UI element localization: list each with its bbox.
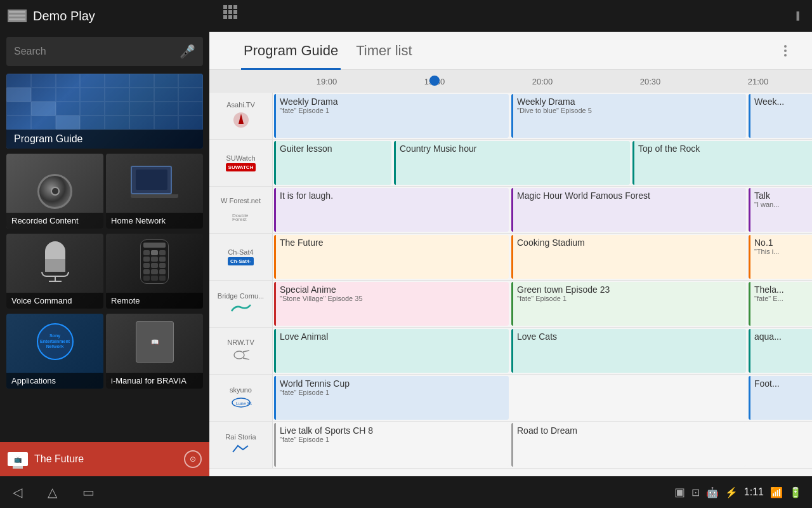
program-bridge-2[interactable]: Green town Episode 23 "fate" Episode 1 (511, 282, 746, 326)
remote-tile[interactable]: Remote (106, 234, 203, 309)
pg-tile-grid (6, 74, 203, 130)
search-input[interactable] (14, 46, 180, 57)
asahi-logo (232, 111, 250, 131)
recents-button[interactable]: ▭ (70, 479, 107, 505)
home-button[interactable]: △ (35, 479, 70, 505)
tab-program-guide[interactable]: Program Guide (241, 32, 341, 70)
raistoria-logo (230, 443, 252, 457)
recorded-content-label: Recorded Content (6, 213, 103, 229)
recorded-content-tile[interactable]: Recorded Content (6, 154, 103, 229)
search-bar: 🎤 (6, 37, 203, 66)
timeline-bar: 19:00 19:30 20:00 20:30 21:00 (209, 70, 812, 93)
timeline-2000: 20:00 (488, 77, 596, 86)
svg-line-6 (243, 358, 249, 359)
sidebar: 🎤 Program Guide (0, 32, 209, 476)
channel-asahi: Asahi.TV (209, 93, 273, 139)
media-player-icon: ▣ (674, 485, 685, 499)
imanual-tile[interactable]: 📖 i-Manual for BRAVIA (106, 314, 203, 389)
voice-command-tile[interactable]: Voice Command (6, 234, 103, 309)
tab-timer-list[interactable]: Timer list (353, 32, 414, 70)
epg-row-wforest: W Forest.net Double Forest It is for lau… (209, 187, 812, 234)
program-asahi-1[interactable]: Weekly Drama "fate" Episode 1 (274, 94, 509, 138)
epg-row-nrw: NRW.TV Love Animal Love Cats (209, 328, 812, 375)
program-bridge-3[interactable]: Thela... "fate" E... (749, 282, 812, 326)
mic-icon[interactable]: 🎤 (180, 44, 195, 59)
more-options-icon[interactable] (782, 43, 789, 59)
epg-grid: Asahi.TV Weekly Drama "fate" Episode 1 (209, 93, 812, 476)
program-asahi-3[interactable]: Week... (749, 94, 812, 138)
program-wforest-2[interactable]: Magic Hour World Famous Forest (511, 188, 746, 232)
usb-icon: ⚡ (725, 486, 738, 498)
svg-text:Lune Star: Lune Star (236, 401, 252, 406)
channel-chsat4: Ch-Sat4 Ch-Sat4- (209, 234, 273, 280)
program-asahi-2[interactable]: Weekly Drama "Dive to blue" Episode 5 (511, 94, 746, 138)
time-display: 1:11 (744, 486, 764, 498)
small-tiles-row1: Recorded Content Home Network (6, 154, 203, 229)
program-nrw-2[interactable]: Love Cats (511, 329, 746, 373)
program-chsat4-1[interactable]: The Future (274, 235, 509, 279)
home-network-label: Home Network (106, 213, 203, 229)
now-playing-tv-icon: 📺 (8, 452, 28, 466)
epg-row-suwatch: SUWatch SUWATCH Guiter lesson Country Mu… (209, 140, 812, 187)
nrw-logo (232, 349, 251, 364)
program-wforest-1[interactable]: It is for laugh. (274, 188, 509, 232)
timeline-2100: 21:00 (704, 77, 812, 86)
programs-asahi: Weekly Drama "fate" Episode 1 Weekly Dra… (273, 93, 812, 139)
now-playing-bar: 📺 The Future ⊙ (0, 442, 209, 476)
svg-text:Forest: Forest (232, 217, 247, 221)
program-chsat4-3[interactable]: No.1 "This i... (749, 235, 812, 279)
program-wforest-3[interactable]: Talk "I wan... (749, 188, 812, 232)
program-nrw-1[interactable]: Love Animal (274, 329, 509, 373)
channel-nrw: NRW.TV (209, 328, 273, 374)
programs-bridge: Special Anime "Stone Village" Episode 35… (273, 281, 812, 327)
program-raistoria-1[interactable]: Live talk of Sports CH 8 "fate" Episode … (274, 423, 509, 467)
small-tiles-row3: SonyEntertainmentNetwork Applications 📖 … (6, 314, 203, 389)
bottom-navigation-bar: ◁ △ ▭ ▣ ⊡ 🤖 ⚡ 1:11 📶 🔋 (0, 476, 812, 508)
epg-row-asahi: Asahi.TV Weekly Drama "fate" Episode 1 (209, 93, 812, 140)
program-suwatch-1[interactable]: Guiter lesson (274, 141, 391, 185)
channel-bridge: Bridge Comu... (209, 281, 273, 327)
epg-row-skyuno: skyuno Lune Star World Tennis Cup "fate"… (209, 375, 812, 422)
app-header: Demo Play ▐ (0, 0, 812, 32)
applications-tile[interactable]: SonyEntertainmentNetwork Applications (6, 314, 103, 389)
program-chsat4-2[interactable]: Cooking Stadium (511, 235, 746, 279)
program-bridge-1[interactable]: Special Anime "Stone Village" Episode 35 (274, 282, 509, 326)
chsat4-logo: Ch-Sat4- (228, 257, 254, 265)
program-suwatch-2[interactable]: Country Music hour (394, 141, 630, 185)
home-network-tile[interactable]: Home Network (106, 154, 203, 229)
voice-command-label: Voice Command (6, 293, 103, 309)
signal-indicator: ▐ (794, 11, 799, 20)
right-panel: Program Guide Timer list 19:00 19:30 (209, 32, 812, 476)
program-suwatch-3[interactable]: Top of the Rock (632, 141, 812, 185)
wifi-icon: 📶 (770, 486, 783, 498)
imanual-label: i-Manual for BRAVIA (106, 373, 203, 389)
program-skyuno-1[interactable]: World Tennis Cup "fate" Episode 1 (274, 376, 509, 420)
battery-icon: 🔋 (789, 486, 802, 498)
skyuno-logo: Lune Star (230, 396, 252, 410)
wforest-logo: Double Forest (231, 207, 251, 224)
program-skyuno-2[interactable]: Foot... (749, 376, 812, 420)
app-title: Demo Play (33, 9, 794, 23)
programs-raistoria: Live talk of Sports CH 8 "fate" Episode … (273, 422, 812, 468)
svg-line-5 (243, 351, 249, 352)
cast-icon[interactable]: ⊙ (184, 450, 202, 468)
tabs-header: Program Guide Timer list (209, 32, 812, 70)
epg-row-raistoria: Rai Storia Live talk of Sports CH 8 "fat… (209, 422, 812, 469)
channel-skyuno: skyuno Lune Star (209, 375, 273, 421)
program-raistoria-2[interactable]: Road to Dream (511, 423, 746, 467)
pg-tile-label: Program Guide (6, 130, 203, 149)
programs-wforest: It is for laugh. Magic Hour World Famous… (273, 187, 812, 233)
program-guide-tile[interactable]: Program Guide (6, 74, 203, 149)
small-tiles-row2: Voice Command (6, 234, 203, 309)
back-button[interactable]: ◁ (0, 479, 35, 505)
now-playing-title: The Future (34, 453, 178, 465)
timeline-1930: 19:30 (381, 77, 488, 86)
svg-point-4 (234, 351, 244, 359)
suwatch-logo: SUWATCH (226, 163, 256, 171)
applications-label: Applications (6, 373, 103, 389)
header-right-icons (782, 43, 799, 59)
cast-status-icon: ⊡ (691, 486, 700, 498)
program-nrw-3[interactable]: aqua... (749, 329, 812, 373)
programs-chsat4: The Future Cooking Stadium No.1 "This i.… (273, 234, 812, 280)
epg-row-chsat4: Ch-Sat4 Ch-Sat4- The Future Cooking Stad… (209, 234, 812, 281)
